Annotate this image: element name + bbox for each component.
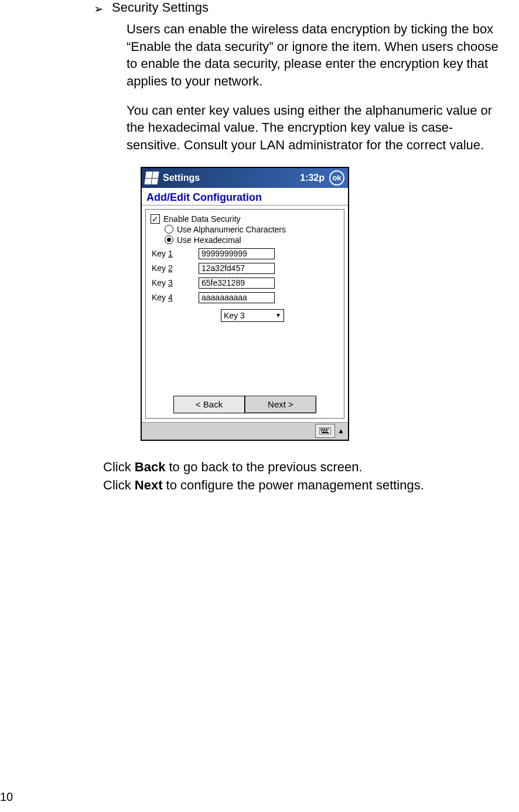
section-title: Security Settings	[112, 0, 209, 15]
svg-rect-10	[322, 432, 329, 433]
instruction-back: Click Back to go back to the previous sc…	[103, 458, 507, 477]
keyboard-icon[interactable]	[315, 424, 335, 438]
pda-clock: 1:32p	[300, 173, 325, 183]
key-select-dropdown[interactable]: Key 3 ▼	[221, 309, 284, 322]
pda-title: Settings	[163, 173, 300, 183]
key1-label: Key 1	[151, 249, 199, 258]
svg-rect-5	[327, 429, 329, 430]
back-button[interactable]: < Back	[173, 396, 245, 413]
ok-button[interactable]: ok	[329, 170, 344, 186]
paragraph-1: Users can enable the wireless data encry…	[127, 20, 507, 90]
svg-rect-4	[326, 429, 327, 430]
radio-hexadecimal-label: Use Hexadecimal	[177, 235, 241, 245]
radio-hexadecimal[interactable]	[165, 235, 173, 244]
key1-input[interactable]	[199, 248, 275, 259]
radio-alphanumeric-label: Use Alphanumeric Characters	[177, 225, 286, 234]
bullet-arrow-icon: ➢	[94, 2, 104, 16]
pda-screenshot: Settings 1:32p ok Add/Edit Configuration…	[141, 167, 349, 441]
svg-rect-6	[321, 430, 322, 431]
svg-rect-1	[320, 429, 322, 430]
pda-screen-header: Add/Edit Configuration	[142, 188, 348, 205]
enable-security-label: Enable Data Security	[163, 214, 241, 224]
key3-input[interactable]	[199, 277, 275, 289]
key2-input[interactable]	[199, 263, 275, 274]
key3-label: Key 3	[151, 278, 199, 287]
pda-titlebar: Settings 1:32p ok	[142, 168, 348, 188]
svg-rect-8	[325, 430, 326, 431]
radio-alphanumeric[interactable]	[165, 225, 173, 234]
pda-content: ✓ Enable Data Security Use Alphanumeric …	[145, 209, 344, 419]
enable-security-checkbox[interactable]: ✓	[151, 214, 160, 224]
svg-rect-3	[324, 429, 325, 430]
chevron-down-icon: ▼	[275, 312, 281, 318]
up-arrow-icon[interactable]: ▲	[337, 427, 344, 435]
instruction-next: Click Next to configure the power manage…	[103, 477, 507, 495]
windows-logo-icon	[144, 172, 159, 184]
paragraph-2: You can enter key values using either th…	[127, 102, 507, 154]
svg-rect-9	[326, 430, 327, 431]
pda-bottombar: ▲	[142, 422, 348, 440]
key-select-value: Key 3	[224, 311, 245, 320]
svg-rect-7	[323, 430, 324, 431]
key4-label: Key 4	[151, 293, 199, 302]
svg-rect-2	[322, 429, 323, 430]
key2-label: Key 2	[151, 263, 199, 273]
next-button[interactable]: Next >	[245, 396, 316, 413]
key4-input[interactable]	[199, 292, 275, 303]
